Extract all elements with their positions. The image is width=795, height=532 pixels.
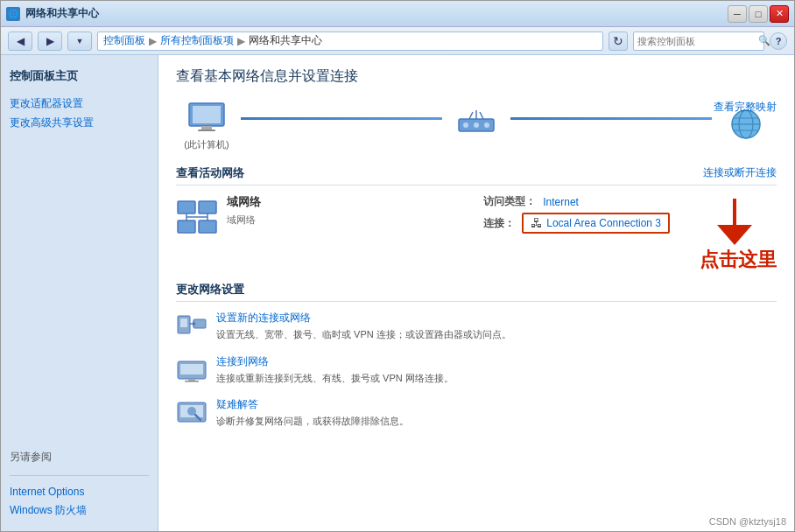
title-bar: 🌐 网络和共享中心 ─ □ ✕ (1, 1, 794, 27)
search-icon: 🔍 (758, 35, 770, 46)
main-window: 🌐 网络和共享中心 ─ □ ✕ ◀ ▶ ▼ 控制面板 ▶ 所有控制面板项 ▶ 网… (0, 0, 795, 532)
sidebar-item-adapter-settings[interactable]: 更改适配器设置 (10, 94, 149, 114)
sidebar-item-main[interactable]: 控制面板主页 (10, 66, 149, 86)
close-button[interactable]: ✕ (770, 5, 789, 23)
svg-rect-1 (193, 106, 221, 123)
troubleshoot-text: 疑难解答 诊断并修复网络问题，或获得故障排除信息。 (216, 397, 777, 429)
svg-rect-31 (180, 364, 203, 374)
window-icon: 🌐 (6, 7, 20, 21)
computer-icon (186, 100, 228, 135)
new-connection-icon (176, 312, 208, 339)
sidebar-item-advanced-sharing[interactable]: 更改高级共享设置 (10, 114, 149, 133)
svg-point-5 (463, 122, 468, 128)
network-line-2 (510, 117, 712, 120)
title-bar-controls: ─ □ ✕ (728, 5, 789, 23)
troubleshoot-title[interactable]: 疑难解答 (216, 397, 777, 412)
active-network-section-title: 查看活动网络 连接或断开连接 (176, 165, 777, 186)
minimize-button[interactable]: ─ (728, 5, 747, 23)
svg-rect-33 (185, 381, 199, 382)
connection-row: 连接： 🖧 Local Area Connection 3 (483, 213, 670, 234)
svg-rect-26 (180, 318, 187, 327)
new-connection-text: 设置新的连接或网络 设置无线、宽带、拨号、临时或 VPN 连接；或设置路由器或访… (216, 311, 777, 342)
maximize-button[interactable]: □ (749, 5, 768, 23)
connect-to-network-icon (176, 356, 208, 382)
network-type: 域网络 (227, 214, 475, 227)
svg-rect-16 (178, 201, 195, 214)
network-info: 域网络 域网络 (227, 194, 475, 227)
forward-button[interactable]: ▶ (38, 32, 62, 51)
breadcrumb-allitems[interactable]: 所有控制面板项 (160, 33, 234, 48)
active-network-block: 域网络 域网络 访问类型： Internet 连接： 🖧 Local Area … (176, 194, 777, 273)
breadcrumb-bar: 控制面板 ▶ 所有控制面板项 ▶ 网络和共享中心 (97, 32, 603, 51)
troubleshoot-icon (176, 399, 208, 425)
connection-value: Local Area Connection 3 (546, 217, 661, 229)
router-icon (455, 107, 497, 142)
access-type-label: 访问类型： (483, 194, 536, 209)
access-type-row: 访问类型： Internet (483, 194, 670, 209)
troubleshoot-desc: 诊断并修复网络问题，或获得故障排除信息。 (216, 416, 409, 426)
access-type-value: Internet (543, 196, 579, 208)
sidebar-divider (10, 475, 149, 476)
main-layout: 控制面板主页 更改适配器设置 更改高级共享设置 另请参阅 Internet Op… (1, 55, 794, 531)
title-bar-left: 🌐 网络和共享中心 (6, 6, 99, 21)
sidebar: 控制面板主页 更改适配器设置 更改高级共享设置 另请参阅 Internet Op… (1, 55, 158, 531)
net-node-computer: (此计算机) (176, 100, 237, 151)
connection-label: 连接： (483, 216, 515, 231)
active-network-icon (176, 198, 218, 244)
sidebar-item-windows-firewall[interactable]: Windows 防火墙 (10, 501, 149, 521)
connect-to-network-text: 连接到网络 连接或重新连接到无线、有线、拨号或 VPN 网络连接。 (216, 354, 777, 386)
connect-to-network-title[interactable]: 连接到网络 (216, 354, 777, 369)
connect-to-network-desc: 连接或重新连接到无线、有线、拨号或 VPN 网络连接。 (216, 373, 454, 383)
connect-disconnect-link[interactable]: 连接或断开连接 (703, 165, 777, 180)
net-node-router (446, 107, 507, 145)
watermark: CSDN @ktztysj18 (709, 516, 786, 527)
connection-icon: 🖧 (531, 216, 543, 230)
svg-rect-32 (188, 379, 195, 381)
settings-item-troubleshoot: 疑难解答 诊断并修复网络问题，或获得故障排除信息。 (176, 397, 777, 429)
content-area: 查看基本网络信息并设置连接 查看完整映射 (此计算机) (158, 55, 794, 531)
red-arrow-icon (708, 194, 761, 247)
svg-rect-17 (199, 201, 216, 214)
svg-marker-24 (717, 225, 752, 245)
dropdown-button[interactable]: ▼ (67, 32, 92, 51)
see-also-title: 另请参阅 (10, 450, 149, 465)
breadcrumb-current: 网络和共享中心 (249, 33, 322, 48)
network-name: 域网络 (227, 194, 475, 210)
new-connection-title[interactable]: 设置新的连接或网络 (216, 311, 777, 326)
svg-line-8 (469, 112, 473, 119)
change-settings-list: 设置新的连接或网络 设置无线、宽带、拨号、临时或 VPN 连接；或设置路由器或访… (176, 311, 777, 429)
network-line-1 (241, 117, 442, 120)
svg-rect-19 (199, 220, 216, 233)
annotation-text: 点击这里 (700, 247, 777, 273)
settings-item-connect-to-network: 连接到网络 连接或重新连接到无线、有线、拨号或 VPN 网络连接。 (176, 354, 777, 386)
svg-rect-2 (201, 126, 212, 130)
breadcrumb-sep2: ▶ (237, 35, 245, 47)
svg-line-10 (480, 112, 483, 119)
help-button[interactable]: ? (770, 32, 787, 50)
refresh-button[interactable]: ↻ (609, 32, 628, 51)
svg-point-7 (484, 122, 489, 128)
svg-rect-18 (178, 220, 195, 233)
svg-point-6 (474, 122, 479, 128)
annotation-area: 点击这里 (693, 194, 777, 273)
network-details: 访问类型： Internet 连接： 🖧 Local Area Connecti… (483, 194, 670, 234)
new-connection-desc: 设置无线、宽带、拨号、临时或 VPN 连接；或设置路由器或访问点。 (216, 329, 511, 340)
page-title: 查看基本网络信息并设置连接 (176, 67, 777, 86)
sidebar-item-internet-options[interactable]: Internet Options (10, 483, 149, 502)
breadcrumb-controlpanel[interactable]: 控制面板 (103, 33, 145, 48)
change-settings-section-title: 更改网络设置 (176, 282, 777, 302)
address-bar: ◀ ▶ ▼ 控制面板 ▶ 所有控制面板项 ▶ 网络和共享中心 ↻ 🔍 ? (1, 27, 794, 55)
network-diagram: 查看完整映射 (此计算机) (176, 100, 777, 151)
breadcrumb-sep1: ▶ (149, 35, 157, 47)
settings-item-new-connection: 设置新的连接或网络 设置无线、宽带、拨号、临时或 VPN 连接；或设置路由器或访… (176, 311, 777, 342)
window-title: 网络和共享中心 (25, 6, 99, 21)
back-button[interactable]: ◀ (8, 32, 32, 51)
connection-badge[interactable]: 🖧 Local Area Connection 3 (522, 213, 670, 234)
computer-label: (此计算机) (176, 138, 237, 151)
search-input[interactable] (637, 36, 758, 46)
search-bar: 🔍 (633, 32, 764, 51)
view-full-map-link[interactable]: 查看完整映射 (714, 100, 777, 115)
svg-rect-3 (198, 130, 215, 131)
